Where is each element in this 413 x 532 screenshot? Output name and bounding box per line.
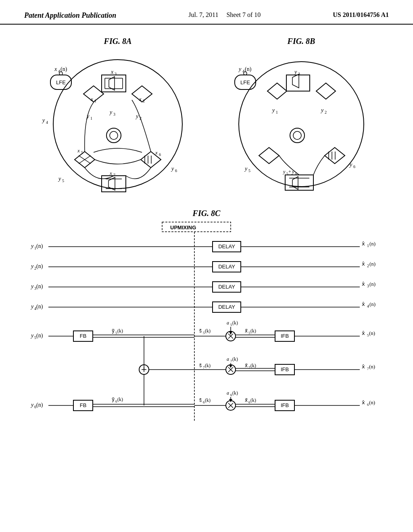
svg-text:(n): (n) (36, 283, 43, 290)
svg-point-69 (290, 128, 305, 143)
sheet: Sheet 7 of 10 (226, 11, 261, 18)
svg-text:3: 3 (113, 112, 115, 116)
svg-text:x̂: x̂ (362, 399, 365, 405)
svg-text:y: y (58, 176, 61, 182)
svg-point-29 (106, 128, 121, 143)
svg-text:y: y (294, 69, 297, 75)
svg-text:(n): (n) (36, 243, 43, 249)
svg-text:y: y (30, 263, 34, 269)
svg-text:(k): (k) (232, 356, 238, 362)
svg-text:x̂: x̂ (362, 364, 365, 370)
svg-marker-38 (141, 152, 161, 168)
svg-text:(k): (k) (117, 328, 123, 334)
svg-text:(n): (n) (36, 332, 43, 339)
svg-text:IFB: IFB (281, 366, 289, 372)
top-figures: FIG. 8A LFE x 4 (n) (24, 37, 389, 201)
svg-text:(k): (k) (250, 328, 256, 334)
svg-text:(k): (k) (117, 397, 123, 402)
svg-text:2: 2 (325, 110, 327, 114)
fig8c-container: FIG. 8C UPMIXING y 1 (n) DELAY x̂ 1 ( (24, 209, 389, 430)
svg-text:s̃: s̃ (199, 397, 202, 403)
svg-text:y: y (30, 283, 34, 289)
svg-text:DELAY: DELAY (218, 243, 235, 249)
svg-text:(n): (n) (369, 399, 375, 405)
svg-text:(n): (n) (369, 301, 375, 307)
svg-text:(k): (k) (205, 363, 211, 368)
svg-text:4: 4 (58, 69, 60, 73)
svg-text:(n): (n) (36, 402, 43, 408)
publication-title: Patent Application Publication (24, 11, 116, 20)
svg-marker-71 (259, 148, 279, 164)
svg-marker-74 (325, 148, 345, 164)
fig8c-svg: UPMIXING y 1 (n) DELAY x̂ 1 (n) y 2 (25, 220, 388, 430)
svg-text:LFE: LFE (56, 79, 66, 85)
fig8c-label: FIG. 8C (24, 209, 389, 218)
svg-text:LFE: LFE (240, 79, 250, 85)
svg-text:x: x (155, 150, 158, 156)
svg-text:ỹ: ỹ (112, 328, 115, 334)
svg-text:x: x (54, 66, 57, 72)
svg-text:DELAY: DELAY (218, 304, 235, 310)
svg-text:(k): (k) (232, 320, 238, 326)
svg-text:5: 5 (62, 179, 64, 183)
svg-text:y: y (349, 162, 353, 168)
svg-text:5: 5 (81, 150, 83, 155)
main-content: FIG. 8A LFE x 4 (n) (0, 25, 413, 438)
svg-text:(k): (k) (250, 363, 256, 368)
svg-text:x̃: x̃ (245, 363, 248, 368)
svg-marker-12 (109, 77, 115, 90)
svg-text:FB: FB (80, 333, 87, 339)
svg-text:1: 1 (276, 110, 278, 114)
svg-text:y: y (271, 107, 275, 113)
fig8b-label: FIG. 8B (221, 37, 382, 46)
fig8a-label: FIG. 8A (31, 37, 204, 46)
svg-text:x: x (109, 170, 112, 176)
svg-text:x: x (90, 96, 93, 102)
svg-text:s̃: s̃ (199, 328, 202, 334)
svg-point-0 (53, 60, 182, 189)
svg-text:(n): (n) (36, 303, 43, 310)
svg-rect-80 (285, 175, 313, 190)
svg-point-58 (244, 72, 247, 75)
svg-text:4: 4 (46, 120, 48, 125)
svg-point-30 (110, 131, 118, 139)
svg-marker-66 (316, 83, 336, 99)
svg-text:UPMIXING: UPMIXING (170, 224, 196, 231)
svg-point-6 (59, 72, 63, 75)
svg-text:y: y (109, 109, 113, 115)
svg-text:x̂: x̂ (362, 281, 365, 287)
svg-text:x: x (111, 69, 114, 75)
svg-text:y: y (42, 117, 45, 123)
fig8a-svg: LFE x 4 (n) x 3 (31, 48, 204, 201)
svg-text:DELAY: DELAY (218, 264, 235, 270)
svg-text:1: 1 (90, 116, 92, 121)
svg-text:(k): (k) (205, 328, 211, 334)
svg-text:(n): (n) (369, 241, 375, 247)
fig8b-container: FIG. 8B LFE y 4 (n) (221, 37, 382, 201)
svg-text:IFB: IFB (281, 402, 289, 408)
svg-text:y: y (320, 107, 324, 113)
svg-text:(k): (k) (232, 390, 238, 396)
svg-text:(n): (n) (369, 261, 375, 267)
svg-text:(n): (n) (369, 364, 375, 370)
svg-text:6: 6 (175, 168, 177, 173)
svg-text:4: 4 (367, 304, 369, 308)
svg-text:2: 2 (367, 264, 369, 268)
svg-rect-59 (286, 75, 310, 91)
svg-text:y: y (283, 169, 286, 175)
svg-text:(n): (n) (36, 263, 43, 270)
svg-text:ỹ: ỹ (112, 397, 115, 402)
svg-text:x: x (139, 96, 142, 102)
svg-marker-15 (83, 86, 104, 102)
svg-text:y: y (30, 332, 34, 339)
svg-text:IFB: IFB (281, 333, 289, 339)
svg-text:1: 1 (367, 243, 369, 248)
svg-text:6: 6 (159, 152, 161, 157)
svg-marker-18 (132, 86, 152, 102)
svg-text:y: y (135, 113, 139, 119)
svg-text:y: y (30, 243, 34, 249)
svg-text:6: 6 (353, 164, 355, 169)
svg-text:(n): (n) (369, 330, 375, 336)
svg-text:a: a (227, 320, 229, 326)
svg-point-70 (293, 131, 301, 139)
